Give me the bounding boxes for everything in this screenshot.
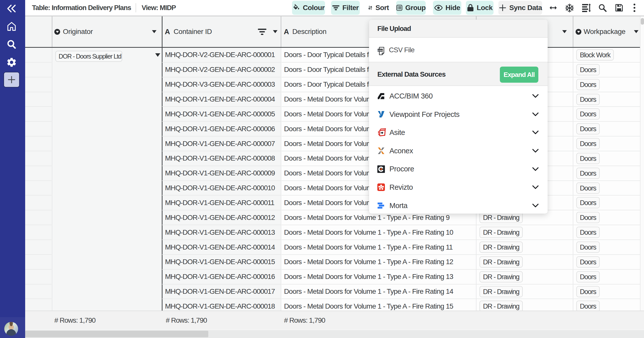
svg-text:CSV: CSV [378,49,383,52]
